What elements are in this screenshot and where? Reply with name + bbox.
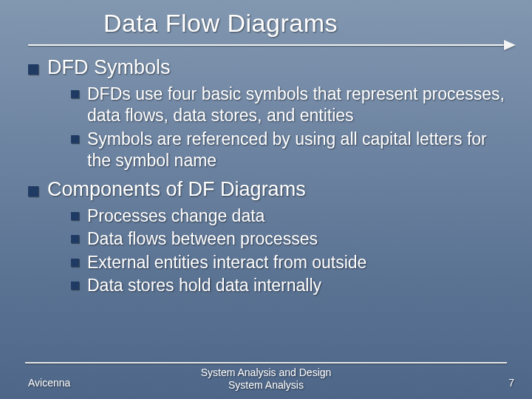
slide-title: Data Flow Diagrams (103, 9, 502, 42)
section-items: DFDs use four basic symbols that represe… (71, 83, 510, 172)
footer: Avicenna System Analysis and Design Syst… (0, 364, 532, 393)
footer-course-line1: System Analysis and Design (201, 366, 332, 378)
list-item-text: Data flows between processes (87, 228, 318, 250)
square-bullet-icon (71, 90, 79, 98)
section-heading: Components of DF Diagrams (28, 178, 510, 201)
section-heading-text: Components of DF Diagrams (47, 178, 306, 200)
slide: Data Flow Diagrams DFD Symbols DFDs use … (0, 0, 532, 399)
list-item: External entities interact from outside (71, 252, 510, 273)
list-item: Symbols are referenced by using all capi… (71, 129, 510, 172)
square-bullet-icon (71, 235, 79, 243)
section-heading: DFD Symbols (28, 56, 510, 79)
list-item-text: External entities interact from outside (87, 252, 366, 273)
square-bullet-icon (28, 64, 38, 75)
list-item-text: Data stores hold data internally (87, 275, 321, 296)
arrow-head-icon (504, 40, 516, 50)
square-bullet-icon (71, 259, 79, 267)
list-item-text: Symbols are referenced by using all capi… (87, 129, 510, 172)
list-item-text: DFDs use four basic symbols that represe… (87, 83, 510, 127)
section-items: Processes change data Data flows between… (71, 205, 510, 297)
content-area: DFD Symbols DFDs use four basic symbols … (28, 53, 510, 303)
square-bullet-icon (28, 186, 38, 197)
footer-course-line2: System Analysis (228, 379, 304, 391)
arrow-divider (28, 41, 516, 49)
arrow-shaft (28, 44, 505, 46)
list-item-text: Processes change data (87, 205, 265, 227)
list-item: Data stores hold data internally (71, 275, 510, 296)
title-row: Data Flow Diagrams (0, 0, 532, 42)
list-item: DFDs use four basic symbols that represe… (71, 83, 510, 127)
list-item: Data flows between processes (71, 228, 510, 250)
footer-page-number: 7 (508, 377, 514, 389)
square-bullet-icon (71, 212, 79, 220)
square-bullet-icon (71, 282, 79, 290)
footer-center: System Analysis and Design System Analys… (0, 366, 532, 392)
square-bullet-icon (71, 135, 79, 143)
list-item: Processes change data (71, 205, 510, 227)
section-heading-text: DFD Symbols (47, 56, 171, 78)
